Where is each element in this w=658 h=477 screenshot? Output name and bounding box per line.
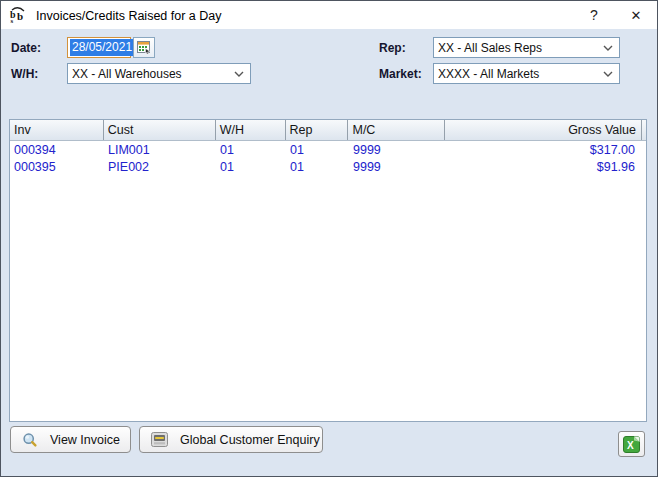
- column-header-rep[interactable]: Rep: [286, 120, 349, 140]
- rep-label: Rep:: [379, 41, 406, 55]
- bsb-logo-icon: b s b: [9, 5, 29, 25]
- chevron-down-icon: [597, 71, 619, 77]
- cell-cust: LIM001: [104, 143, 216, 157]
- search-icon: [22, 432, 38, 448]
- table-header-row: Inv Cust W/H Rep M/C Gross Value: [10, 120, 646, 141]
- calendar-picker-button[interactable]: [133, 37, 155, 58]
- column-header-inv[interactable]: Inv: [10, 120, 104, 140]
- table-row[interactable]: 000395 PIE002 01 01 9999 $91.96: [10, 158, 646, 175]
- market-label: Market:: [379, 67, 422, 81]
- cell-inv: 000394: [10, 143, 104, 157]
- date-input[interactable]: 28/05/2021: [67, 37, 131, 58]
- column-header-mc[interactable]: M/C: [348, 120, 445, 140]
- wh-label: W/H:: [11, 67, 38, 81]
- close-button[interactable]: ✕: [615, 1, 657, 29]
- column-header-gross-value[interactable]: Gross Value: [445, 120, 642, 140]
- cell-wh: 01: [216, 160, 286, 174]
- calendar-icon: [137, 41, 151, 54]
- market-select[interactable]: XXXX - All Markets: [433, 63, 620, 84]
- svg-text:X: X: [627, 440, 634, 451]
- global-customer-enquiry-label: Global Customer Enquiry: [180, 433, 320, 447]
- svg-text:b: b: [17, 10, 23, 22]
- cell-mc: 9999: [349, 143, 446, 157]
- excel-icon: X: [623, 436, 640, 453]
- table-row[interactable]: 000394 LIM001 01 01 9999 $317.00: [10, 141, 646, 158]
- invoices-table: Inv Cust W/H Rep M/C Gross Value 000394 …: [9, 119, 647, 422]
- cell-wh: 01: [216, 143, 286, 157]
- cell-cust: PIE002: [104, 160, 216, 174]
- cell-gross-value: $317.00: [446, 143, 643, 157]
- warehouse-selected-value: XX - All Warehouses: [72, 67, 228, 81]
- chevron-down-icon: [597, 45, 619, 51]
- chevron-down-icon: [228, 71, 250, 77]
- market-selected-value: XXXX - All Markets: [438, 67, 597, 81]
- cash-register-icon: [151, 432, 168, 447]
- cell-inv: 000395: [10, 160, 104, 174]
- export-to-excel-button[interactable]: X: [618, 431, 645, 457]
- dialog-window: b s b Invoices/Credits Raised for a Day …: [0, 0, 658, 477]
- window-title: Invoices/Credits Raised for a Day: [36, 8, 573, 23]
- cell-rep: 01: [286, 143, 349, 157]
- cell-rep: 01: [286, 160, 349, 174]
- rep-select[interactable]: XX - All Sales Reps: [433, 37, 620, 58]
- cell-mc: 9999: [349, 160, 446, 174]
- rep-selected-value: XX - All Sales Reps: [438, 41, 597, 55]
- cell-gross-value: $91.96: [446, 160, 643, 174]
- svg-text:s: s: [11, 17, 14, 24]
- column-header-cust[interactable]: Cust: [104, 120, 216, 140]
- column-header-filler: [642, 120, 646, 140]
- column-header-wh[interactable]: W/H: [216, 120, 286, 140]
- view-invoice-label: View Invoice: [50, 433, 120, 447]
- title-bar: b s b Invoices/Credits Raised for a Day …: [1, 1, 657, 29]
- global-customer-enquiry-button[interactable]: Global Customer Enquiry: [139, 426, 323, 453]
- date-label: Date:: [11, 41, 41, 55]
- view-invoice-button[interactable]: View Invoice: [10, 426, 131, 453]
- help-button[interactable]: ?: [573, 1, 615, 29]
- date-value: 28/05/2021: [70, 39, 134, 56]
- warehouse-select[interactable]: XX - All Warehouses: [67, 63, 251, 84]
